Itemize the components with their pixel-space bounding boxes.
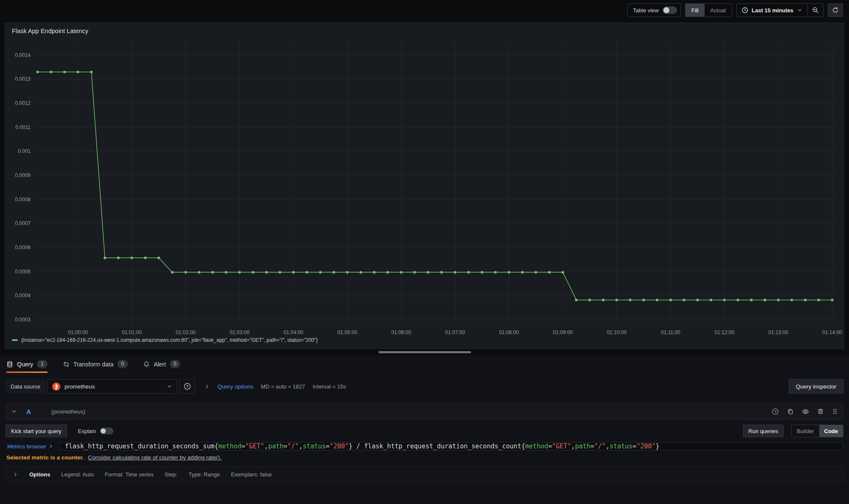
svg-text:01:12:00: 01:12:00	[714, 329, 734, 335]
series-color-marker	[12, 339, 18, 341]
chevron-right-icon[interactable]	[204, 384, 210, 389]
svg-text:01:13:00: 01:13:00	[768, 329, 788, 335]
promql-query-text: flask_http_request_duration_seconds_sum{…	[65, 442, 660, 450]
tab-query[interactable]: Query 1	[6, 355, 48, 373]
promql-editor-row: Metrics browser flask_http_request_durat…	[6, 442, 843, 451]
metrics-browser-label: Metrics browser	[7, 443, 46, 450]
explain-label: Explain	[78, 428, 96, 434]
tab-transform-count: 0	[117, 360, 128, 368]
panel-title: Flask App Endpoint Latency	[5, 23, 844, 34]
drag-handle-icon[interactable]	[832, 408, 838, 415]
counter-warning: Selected metric is a counter. Consider c…	[6, 454, 843, 461]
prometheus-icon	[52, 382, 61, 391]
svg-text:01:14:00: 01:14:00	[822, 329, 842, 335]
run-queries-button[interactable]: Run queries	[743, 425, 784, 437]
table-view-toggle[interactable]	[663, 6, 677, 14]
explain-toggle[interactable]	[100, 428, 113, 434]
svg-text:0.0004: 0.0004	[15, 293, 31, 298]
zoom-out-icon	[812, 7, 819, 14]
top-toolbar: Table view Fill Actual Last 15 minutes	[0, 0, 849, 20]
chevron-right-icon	[48, 444, 54, 449]
chevron-right-icon[interactable]	[13, 472, 18, 477]
tab-transform-label: Transform data	[73, 361, 113, 368]
svg-text:01:09:00: 01:09:00	[553, 329, 573, 335]
options-label: Options	[29, 471, 50, 478]
tab-transform[interactable]: Transform data 0	[63, 355, 128, 373]
svg-text:01:02:00: 01:02:00	[176, 329, 196, 335]
panel-editor: Query 1 Transform data 0 Alert 0 Data so…	[0, 355, 849, 504]
kick-start-query-button[interactable]: Kick start your query	[6, 425, 67, 437]
svg-text:01:06:00: 01:06:00	[391, 329, 411, 335]
svg-text:0.0009: 0.0009	[15, 172, 31, 178]
query-help-icon[interactable]: ?	[772, 408, 779, 415]
duplicate-query-icon[interactable]	[787, 408, 794, 415]
svg-text:01:01:00: 01:01:00	[122, 329, 142, 335]
latency-chart: 0.00140.00130.00120.00110.0010.00090.000…	[8, 35, 842, 337]
query-options-link[interactable]: Query options	[217, 383, 253, 390]
options-format: Format: Time series	[105, 471, 154, 478]
editor-tabs: Query 1 Transform data 0 Alert 0	[6, 355, 843, 373]
bell-icon	[143, 361, 150, 368]
metrics-browser-button[interactable]: Metrics browser	[6, 442, 59, 451]
collapse-chevron-icon[interactable]	[11, 408, 17, 414]
delete-query-icon[interactable]	[817, 408, 824, 415]
datasource-picker[interactable]: prometheus	[47, 379, 177, 394]
warning-text: Selected metric is a counter.	[6, 454, 84, 461]
datasource-label: Data source	[6, 379, 45, 394]
table-view-control: Table view	[627, 3, 681, 17]
svg-text:01:00:00: 01:00:00	[68, 329, 88, 335]
fill-button[interactable]: Fill	[685, 4, 705, 17]
builder-code-switch: Builder Code	[791, 425, 843, 437]
latency-panel: Flask App Endpoint Latency 0.00140.00130…	[5, 23, 844, 349]
clock-icon	[742, 7, 748, 14]
svg-text:01:04:00: 01:04:00	[284, 329, 304, 335]
promql-query-input[interactable]: flask_http_request_duration_seconds_sum{…	[59, 442, 843, 451]
options-type: Type: Range	[189, 471, 220, 478]
splitter-drag-handle[interactable]	[378, 351, 471, 353]
query-datasource-hint: (prometheus)	[51, 408, 85, 415]
options-exemplars: Exemplars: false	[231, 471, 272, 478]
pane-splitter	[0, 349, 849, 355]
svg-text:0.0006: 0.0006	[15, 245, 31, 251]
svg-text:01:10:00: 01:10:00	[607, 329, 627, 335]
actual-button[interactable]: Actual	[705, 4, 732, 17]
toggle-visibility-icon[interactable]	[802, 408, 809, 415]
datasource-help-button[interactable]: ?	[180, 379, 195, 394]
svg-text:0.001: 0.001	[18, 148, 31, 154]
builder-button[interactable]: Builder	[792, 425, 819, 437]
svg-text:?: ?	[774, 409, 776, 414]
query-options-collapsed[interactable]: Options Legend: Auto Format: Time series…	[6, 466, 843, 482]
svg-text:0.0005: 0.0005	[15, 269, 31, 275]
code-button[interactable]: Code	[819, 425, 843, 437]
options-legend: Legend: Auto	[61, 471, 94, 478]
query-row-header[interactable]: A (prometheus) ?	[6, 403, 843, 420]
tab-alert-label: Alert	[154, 361, 166, 368]
svg-text:01:03:00: 01:03:00	[230, 329, 250, 335]
zoom-out-button[interactable]	[808, 4, 823, 17]
svg-text:0.0008: 0.0008	[15, 197, 31, 203]
help-circle-icon: ?	[183, 383, 191, 390]
tab-alert[interactable]: Alert 0	[143, 355, 180, 373]
explain-control: Explain	[78, 428, 114, 434]
refresh-button[interactable]	[828, 3, 843, 17]
svg-text:0.0007: 0.0007	[15, 220, 31, 226]
svg-text:01:11:00: 01:11:00	[661, 329, 680, 335]
datasource-row: Data source prometheus ? Query options M…	[6, 379, 843, 394]
query-options-summary: Query options MD = auto = 1827 Interval …	[204, 383, 346, 390]
chart-legend: {instance="ec2-184-169-216-224.us-west-1…	[5, 337, 844, 343]
svg-text:01:07:00: 01:07:00	[445, 329, 465, 335]
transform-icon	[63, 361, 70, 368]
fill-actual-switch: Fill Actual	[685, 3, 732, 17]
warning-rate-link[interactable]: Consider calculating rate of counter by …	[88, 454, 221, 461]
time-range-button[interactable]: Last 15 minutes	[737, 4, 807, 17]
svg-text:0.0013: 0.0013	[15, 76, 31, 82]
table-view-label: Table view	[633, 7, 659, 14]
series-legend-label[interactable]: {instance="ec2-184-169-216-224.us-west-1…	[21, 337, 318, 343]
query-toolbar-right: Run queries Builder Code	[743, 425, 843, 437]
svg-text:0.0011: 0.0011	[15, 124, 31, 130]
svg-text:01:08:00: 01:08:00	[499, 329, 519, 335]
query-inspector-button[interactable]: Query inspector	[789, 379, 843, 394]
datasource-name: prometheus	[65, 383, 163, 390]
tab-query-label: Query	[17, 361, 33, 368]
time-range-label: Last 15 minutes	[752, 7, 793, 14]
